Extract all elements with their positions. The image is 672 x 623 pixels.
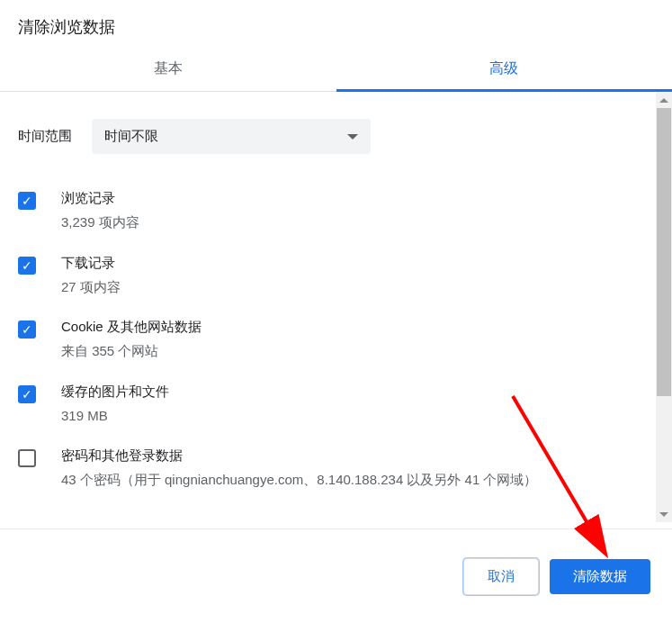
scroll-content: 时间范围 时间不限 ✓ 浏览记录 3,239 项内容 ✓ bbox=[0, 92, 672, 522]
time-range-select[interactable]: 时间不限 bbox=[92, 119, 371, 154]
option-text: 密码和其他登录数据 43 个密码（用于 qingnianchuangye.com… bbox=[61, 447, 555, 491]
scrollbar-track[interactable] bbox=[656, 92, 672, 522]
option-subtitle: 来自 355 个网站 bbox=[61, 341, 202, 362]
dialog-title: 清除浏览数据 bbox=[0, 0, 672, 47]
content-area: 时间范围 时间不限 ✓ 浏览记录 3,239 项内容 ✓ bbox=[0, 92, 672, 522]
option-subtitle: 3,239 项内容 bbox=[61, 212, 139, 233]
chevron-down-icon bbox=[347, 134, 358, 140]
option-cached-images: ✓ 缓存的图片和文件 319 MB bbox=[18, 373, 654, 438]
tabs-container: 基本 高级 bbox=[0, 47, 672, 92]
option-passwords: 密码和其他登录数据 43 个密码（用于 qingnianchuangye.com… bbox=[18, 437, 654, 501]
checkbox-cached-images[interactable]: ✓ bbox=[18, 385, 36, 403]
option-title: 下载记录 bbox=[61, 255, 121, 272]
option-text: 浏览记录 3,239 项内容 bbox=[61, 190, 157, 233]
checkbox-passwords[interactable] bbox=[18, 449, 36, 467]
option-subtitle: 43 个密码（用于 qingnianchuangye.com、8.140.188… bbox=[61, 470, 537, 491]
option-text: 下载记录 27 项内容 bbox=[61, 255, 139, 298]
time-range-label: 时间范围 bbox=[18, 128, 72, 145]
checkbox-download-history[interactable]: ✓ bbox=[18, 257, 36, 275]
option-title: 浏览记录 bbox=[61, 190, 139, 207]
option-download-history: ✓ 下载记录 27 项内容 bbox=[18, 244, 654, 309]
checkmark-icon: ✓ bbox=[22, 194, 32, 207]
checkbox-cookies[interactable]: ✓ bbox=[18, 321, 36, 339]
checkmark-icon: ✓ bbox=[22, 259, 32, 272]
option-text: Cookie 及其他网站数据 来自 355 个网站 bbox=[61, 319, 220, 362]
tab-advanced[interactable]: 高级 bbox=[336, 47, 673, 91]
scrollbar-down-button[interactable] bbox=[656, 506, 672, 522]
time-range-row: 时间范围 时间不限 bbox=[18, 108, 654, 154]
cancel-button[interactable]: 取消 bbox=[463, 558, 539, 595]
checkbox-browsing-history[interactable]: ✓ bbox=[18, 192, 36, 210]
option-cookies: ✓ Cookie 及其他网站数据 来自 355 个网站 bbox=[18, 308, 654, 373]
option-title: 密码和其他登录数据 bbox=[61, 447, 537, 465]
scrollbar-up-button[interactable] bbox=[656, 92, 672, 108]
clear-data-button[interactable]: 清除数据 bbox=[550, 559, 650, 594]
time-range-value: 时间不限 bbox=[104, 128, 158, 145]
dialog-footer: 取消 清除数据 bbox=[0, 528, 672, 623]
checkmark-icon: ✓ bbox=[22, 323, 32, 336]
checkmark-icon: ✓ bbox=[22, 388, 32, 401]
option-subtitle: 319 MB bbox=[61, 406, 169, 427]
option-title: Cookie 及其他网站数据 bbox=[61, 319, 202, 336]
arrow-up-icon bbox=[659, 98, 668, 103]
option-title: 缓存的图片和文件 bbox=[61, 384, 169, 401]
option-list: ✓ 浏览记录 3,239 项内容 ✓ 下载记录 27 项内容 ✓ bbox=[18, 179, 654, 501]
option-subtitle: 27 项内容 bbox=[61, 277, 121, 298]
tab-basic[interactable]: 基本 bbox=[0, 47, 336, 91]
option-browsing-history: ✓ 浏览记录 3,239 项内容 bbox=[18, 179, 654, 244]
scrollbar-thumb[interactable] bbox=[657, 108, 671, 396]
arrow-down-icon bbox=[659, 512, 668, 517]
option-text: 缓存的图片和文件 319 MB bbox=[61, 384, 187, 427]
